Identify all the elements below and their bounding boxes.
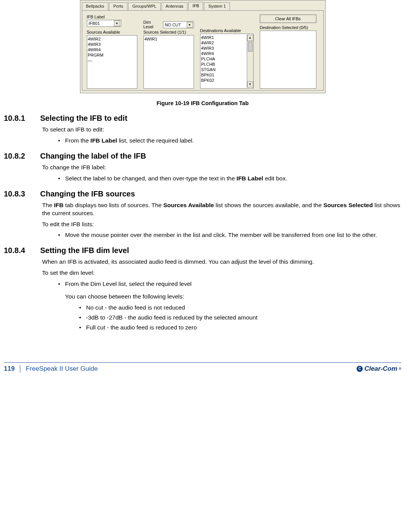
guide-title: FreeSpeak II User Guide (26, 365, 98, 373)
figure-caption: Figure 10-19 IFB Configuration Tab (4, 100, 401, 106)
tab-system1[interactable]: System 1 (204, 2, 230, 10)
list-item[interactable]: BPK02 (201, 78, 247, 83)
sources-available-list[interactable]: 4WIR2 4WIR3 4WIR4 PRGRM — (87, 35, 137, 89)
ifb-label-value: IFB01 (89, 21, 100, 26)
list-item[interactable]: 4WIR1 (201, 35, 247, 40)
destination-selected-list[interactable] (260, 31, 316, 89)
paragraph: When an IFB is activated, its associated… (42, 258, 401, 266)
bullet-item: Select the label to be changed, and then… (65, 175, 401, 183)
section-number: 10.8.2 (4, 152, 40, 161)
destination-selected-title: Destination Selected (0/5) (260, 25, 316, 30)
bullet-item: -3dB to -27dB - the audio feed is reduce… (86, 314, 401, 322)
list-item[interactable]: 4WIR4 (88, 47, 136, 52)
section-title: Setting the IFB dim level (40, 246, 129, 255)
list-item[interactable]: STGAN (201, 67, 247, 72)
chevron-down-icon[interactable]: ▼ (187, 22, 193, 28)
scroll-down-icon[interactable]: ▼ (247, 81, 253, 88)
brand-logo: C Clear-Com® (357, 365, 401, 373)
paragraph: You can choose between the following lev… (65, 293, 401, 301)
section-title: Changing the label of the IFB (40, 152, 146, 161)
bullet-item: From the Dim Level list, select the requ… (65, 280, 401, 288)
list-item[interactable]: 4WIR3 (88, 42, 136, 47)
tab-antennas[interactable]: Antennas (161, 2, 187, 10)
section-number: 10.8.1 (4, 114, 40, 123)
dim-level-value: NO CUT (165, 23, 181, 27)
clear-all-ifbs-button[interactable]: Clear All IFBs (260, 15, 316, 23)
logo-icon: C (357, 366, 363, 372)
tab-ports[interactable]: Ports (109, 2, 127, 10)
paragraph: The IFB tab displays two lists of source… (42, 201, 401, 217)
bullet-item: No cut - the audio feed is not reduced (86, 304, 401, 312)
bullet-item: Full cut - the audio feed is reduced to … (86, 324, 401, 332)
page-footer: 119 FreeSpeak II User Guide C Clear-Com® (4, 362, 401, 373)
list-item[interactable]: 4WIR2 (201, 40, 247, 45)
section-title: Changing the IFB sources (40, 190, 135, 198)
list-item[interactable]: — (88, 58, 136, 63)
bullet-item: From the IFB Label list, select the requ… (65, 137, 401, 145)
ifb-config-dialog: Beltpacks Ports Groups/WPL Antennas IFB … (80, 0, 326, 93)
ifb-label-combo[interactable]: IFB01 ▼ (87, 20, 121, 27)
tab-bar: Beltpacks Ports Groups/WPL Antennas IFB … (80, 0, 325, 10)
paragraph: To set the dim level: (42, 269, 401, 277)
destinations-available-list[interactable]: 4WIR1 4WIR2 4WIR3 4WIR4 PLCHA PLCHB STGA… (200, 34, 254, 89)
list-item[interactable]: 4WIR3 (201, 45, 247, 51)
paragraph: To select an IFB to edit: (42, 126, 401, 134)
sources-selected-list[interactable]: 4WIR1 (143, 35, 194, 89)
scroll-up-icon[interactable]: ▲ (247, 35, 253, 41)
ifb-label-title: IFB Label (87, 15, 137, 19)
paragraph: To change the IFB label: (42, 164, 401, 172)
section-number: 10.8.3 (4, 190, 40, 198)
tab-groups[interactable]: Groups/WPL (128, 2, 161, 10)
scroll-thumb[interactable] (248, 42, 253, 52)
list-item[interactable]: 4WIR2 (88, 36, 136, 42)
chevron-down-icon[interactable]: ▼ (114, 20, 120, 26)
list-item[interactable]: PRGRM (88, 52, 136, 58)
destinations-available-title: Destinations Available (200, 28, 254, 33)
page-number: 119 (4, 365, 20, 373)
sources-selected-title: Sources Selected (1/1) (143, 30, 194, 34)
paragraph: To edit the IFB lists: (42, 221, 401, 229)
list-item[interactable]: PLCHA (201, 56, 247, 62)
list-item[interactable]: BPK01 (201, 72, 247, 78)
sources-available-title: Sources Available (87, 30, 137, 34)
list-item[interactable]: 4WIR4 (201, 51, 247, 56)
scrollbar[interactable]: ▲ ▼ (247, 35, 253, 88)
tab-ifb[interactable]: IFB (188, 2, 203, 10)
bullet-item: Move the mouse pointer over the member i… (65, 231, 401, 239)
dim-level-combo[interactable]: NO CUT ▼ (163, 21, 194, 28)
section-number: 10.8.4 (4, 246, 40, 255)
list-item[interactable]: 4WIR1 (145, 36, 193, 42)
section-title: Selecting the IFB to edit (40, 114, 127, 123)
list-item[interactable]: PLCHB (201, 62, 247, 67)
tab-beltpacks[interactable]: Beltpacks (82, 2, 109, 10)
dim-level-title: Dim Level (143, 20, 160, 29)
